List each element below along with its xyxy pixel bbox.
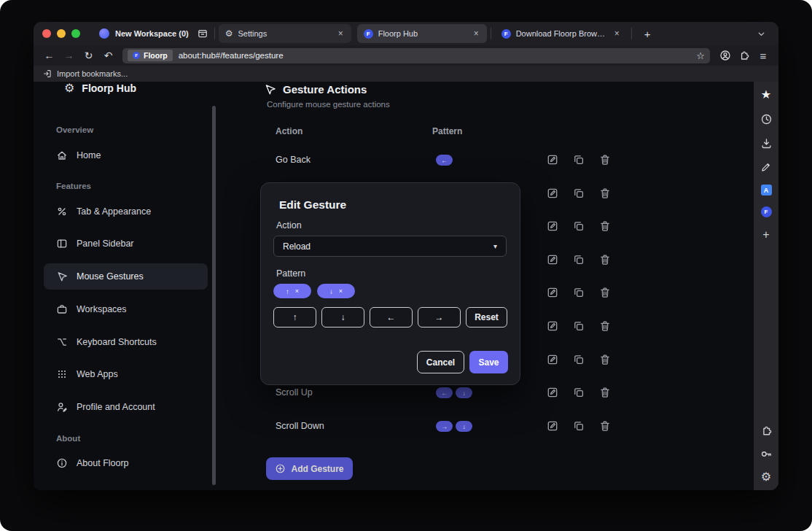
- add-gesture-button[interactable]: Add Gesture: [266, 457, 353, 480]
- duplicate-gesture-button[interactable]: [573, 220, 585, 233]
- delete-gesture-button[interactable]: [599, 220, 611, 233]
- workspace-label: New Workspace (0): [115, 29, 189, 38]
- sidebar-item-profile-account[interactable]: Profile and Account: [44, 394, 208, 420]
- edit-gesture-button[interactable]: [547, 220, 558, 233]
- duplicate-gesture-button[interactable]: [573, 286, 585, 299]
- url-text[interactable]: about:hub#/features/gesture: [179, 51, 697, 60]
- user-pen-icon: [56, 401, 68, 413]
- sidebar-item-workspaces[interactable]: Workspaces: [44, 296, 208, 322]
- history-panel-icon[interactable]: [760, 112, 773, 125]
- remove-chip-icon[interactable]: ×: [339, 287, 343, 295]
- direction-right-button[interactable]: →: [418, 307, 461, 327]
- forward-button[interactable]: →: [59, 50, 79, 61]
- sidebar-item-web-apps[interactable]: Web Apps: [44, 361, 208, 387]
- close-tab-icon[interactable]: ×: [337, 29, 345, 38]
- tab-settings[interactable]: ⚙ Settings ×: [219, 24, 351, 43]
- minimize-window-button[interactable]: [57, 29, 66, 38]
- edit-gesture-button[interactable]: [547, 386, 558, 399]
- sidebar-item-about-floorp[interactable]: About Floorp: [44, 450, 208, 476]
- direction-up-button[interactable]: ↑: [273, 307, 316, 327]
- duplicate-gesture-button[interactable]: [573, 353, 585, 366]
- delete-gesture-button[interactable]: [599, 187, 611, 200]
- cancel-button[interactable]: Cancel: [417, 351, 464, 373]
- tab-floorp-hub[interactable]: F Floorp Hub ×: [357, 24, 487, 43]
- notes-panel-icon[interactable]: [760, 160, 773, 174]
- zoom-window-button[interactable]: [71, 29, 80, 38]
- gesture-pattern: → ↓: [436, 421, 472, 432]
- edit-gesture-button[interactable]: [547, 353, 558, 366]
- duplicate-gesture-button[interactable]: [573, 419, 585, 433]
- edit-gesture-button[interactable]: [547, 319, 558, 333]
- pattern-chip[interactable]: ↓ ×: [317, 284, 355, 298]
- gesture-action-name: Scroll Down: [276, 421, 324, 431]
- scrollbar[interactable]: [212, 106, 216, 485]
- hub-title: Floorp Hub: [82, 82, 136, 94]
- sidebar-item-tab-appearance[interactable]: Tab & Appearance: [44, 198, 208, 225]
- sidebar-item-home[interactable]: Home: [44, 142, 208, 168]
- tab-label: Download Floorp Browser: [516, 29, 608, 38]
- url-bar[interactable]: F Floorp about:hub#/features/gesture ☆: [122, 48, 710, 63]
- delete-gesture-button[interactable]: [599, 153, 611, 166]
- table-row: Scroll Up ← ↓: [211, 386, 754, 400]
- briefcase-icon: [56, 303, 68, 315]
- undo-close-tab-button[interactable]: ↶: [98, 50, 118, 61]
- edit-gesture-button[interactable]: [547, 253, 558, 266]
- bookmark-star-icon[interactable]: ☆: [696, 51, 705, 61]
- tab-download-floorp[interactable]: F Download Floorp Browser ×: [495, 24, 628, 43]
- extensions-icon[interactable]: [735, 50, 754, 61]
- bookmarks-panel-icon[interactable]: ★: [760, 88, 773, 101]
- delete-gesture-button[interactable]: [599, 353, 611, 366]
- delete-gesture-button[interactable]: [599, 386, 611, 399]
- sidebar-item-mouse-gestures[interactable]: Mouse Gestures: [44, 263, 208, 290]
- sidebar-item-keyboard-shortcuts[interactable]: Keyboard Shortcuts: [44, 329, 208, 355]
- close-tab-icon[interactable]: ×: [472, 29, 480, 38]
- duplicate-gesture-button[interactable]: [573, 187, 585, 200]
- tab-divider: [491, 28, 491, 39]
- edit-gesture-button[interactable]: [547, 187, 558, 200]
- site-identity-chip[interactable]: F Floorp: [128, 50, 173, 61]
- downloads-panel-icon[interactable]: [760, 136, 773, 150]
- action-select[interactable]: Reload ▾: [273, 236, 507, 257]
- floorp-panel-icon[interactable]: F: [761, 206, 772, 217]
- close-window-button[interactable]: [42, 29, 51, 38]
- edit-gesture-button[interactable]: [547, 286, 558, 299]
- delete-gesture-button[interactable]: [599, 286, 611, 299]
- extensions-icon[interactable]: [760, 424, 773, 437]
- account-icon[interactable]: [716, 50, 735, 61]
- close-tab-icon[interactable]: ×: [613, 29, 621, 38]
- tab-label: Floorp Hub: [378, 29, 467, 38]
- delete-gesture-button[interactable]: [599, 419, 611, 433]
- sidebar-item-panel-sidebar[interactable]: Panel Sidebar: [44, 230, 208, 257]
- sidebar-item-label: Profile and Account: [77, 402, 155, 412]
- back-button[interactable]: ←: [39, 50, 59, 61]
- direction-left-button[interactable]: ←: [370, 307, 413, 327]
- delete-gesture-button[interactable]: [599, 253, 611, 266]
- pattern-chip[interactable]: ↑ ×: [273, 284, 311, 298]
- tab-divider: [631, 28, 632, 39]
- reload-button[interactable]: ↻: [79, 50, 98, 61]
- duplicate-gesture-button[interactable]: [573, 253, 585, 266]
- duplicate-gesture-button[interactable]: [573, 386, 585, 399]
- hub-sidebar: ⚙ Floorp Hub Overview Home Features Tab …: [34, 82, 211, 490]
- workspace-switcher[interactable]: New Workspace (0): [89, 22, 195, 45]
- new-tab-button[interactable]: +: [644, 28, 651, 39]
- passwords-key-icon[interactable]: [760, 447, 773, 460]
- chip-direction: ↓: [329, 287, 333, 295]
- duplicate-gesture-button[interactable]: [573, 153, 585, 166]
- list-all-tabs-button[interactable]: [756, 28, 767, 39]
- settings-gear-icon[interactable]: ⚙: [760, 470, 773, 484]
- delete-gesture-button[interactable]: [599, 319, 611, 333]
- duplicate-gesture-button[interactable]: [573, 319, 585, 333]
- reset-button[interactable]: Reset: [466, 307, 507, 327]
- remove-chip-icon[interactable]: ×: [295, 287, 299, 295]
- direction-down-button[interactable]: ↓: [321, 307, 364, 327]
- edit-gesture-button[interactable]: [547, 419, 558, 433]
- translate-panel-icon[interactable]: A: [761, 185, 772, 195]
- edit-gesture-button[interactable]: [547, 153, 558, 166]
- save-button[interactable]: Save: [469, 351, 508, 373]
- add-panel-button[interactable]: +: [760, 228, 773, 241]
- menu-button[interactable]: ≡: [754, 50, 773, 62]
- pattern-chip: ←: [436, 155, 453, 166]
- workspace-manager-button[interactable]: [195, 26, 211, 42]
- import-bookmarks-button[interactable]: Import bookmarks...: [57, 69, 128, 78]
